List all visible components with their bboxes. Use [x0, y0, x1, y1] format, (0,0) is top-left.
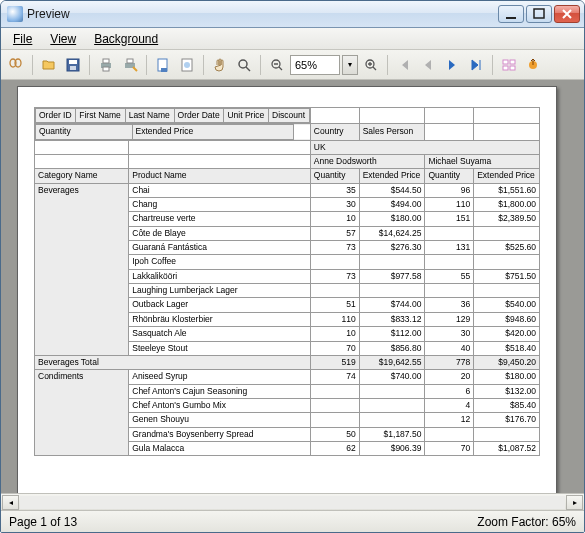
- data-cell: Steeleye Stout: [129, 341, 311, 355]
- next-page-button[interactable]: [441, 54, 463, 76]
- data-cell: $112.00: [359, 327, 425, 341]
- scroll-left-icon[interactable]: ◂: [2, 495, 19, 510]
- data-cell: Chang: [129, 198, 311, 212]
- first-page-button[interactable]: [393, 54, 415, 76]
- zoom-out-button[interactable]: [266, 54, 288, 76]
- window-buttons: [498, 5, 580, 23]
- data-cell: [425, 226, 474, 240]
- data-cell: 12: [425, 413, 474, 427]
- data-cell: [35, 155, 129, 169]
- page-setup-button[interactable]: [152, 54, 174, 76]
- multi-page-button[interactable]: [498, 54, 520, 76]
- document-scroll[interactable]: Order IDFirst NameLast NameOrder DateUni…: [1, 80, 584, 493]
- watermark-button[interactable]: [176, 54, 198, 76]
- data-cell: 51: [310, 298, 359, 312]
- header-cell: Discount: [269, 109, 310, 123]
- scroll-track[interactable]: [20, 496, 565, 509]
- data-cell: 35: [310, 183, 359, 197]
- data-cell: [310, 398, 359, 412]
- menu-view[interactable]: View: [42, 30, 84, 48]
- data-cell: 10: [310, 327, 359, 341]
- data-cell: Rhönbräu Klosterbier: [129, 312, 311, 326]
- header-cell: Order ID: [36, 109, 76, 123]
- data-cell: 74: [310, 370, 359, 384]
- menu-file[interactable]: File: [5, 30, 40, 48]
- last-page-button[interactable]: [465, 54, 487, 76]
- svg-rect-13: [161, 68, 167, 72]
- hand-tool-button[interactable]: [209, 54, 231, 76]
- data-cell: 70: [425, 441, 474, 455]
- data-cell: $420.00: [474, 327, 540, 341]
- svg-rect-19: [503, 60, 508, 64]
- data-cell: [474, 255, 540, 269]
- data-cell: 96: [425, 183, 474, 197]
- svg-rect-6: [70, 66, 76, 70]
- minimize-button[interactable]: [498, 5, 524, 23]
- data-cell: Chef Anton's Cajun Seasoning: [129, 384, 311, 398]
- data-cell: [425, 124, 474, 140]
- zoom-indicator: Zoom Factor: 65%: [477, 515, 576, 529]
- zoom-dropdown[interactable]: ▾: [342, 55, 358, 75]
- data-cell: 151: [425, 212, 474, 226]
- data-cell: 55: [425, 269, 474, 283]
- total-row: Beverages Total519$19,642.55778$9,450.20: [35, 355, 540, 369]
- data-cell: [425, 255, 474, 269]
- export-button[interactable]: [522, 54, 544, 76]
- data-cell: 131: [425, 241, 474, 255]
- data-cell: 30: [310, 198, 359, 212]
- zoom-input[interactable]: [290, 55, 340, 75]
- data-cell: $833.12: [359, 312, 425, 326]
- data-cell: $948.60: [474, 312, 540, 326]
- scroll-right-icon[interactable]: ▸: [566, 495, 583, 510]
- data-cell: Côte de Blaye: [129, 226, 311, 240]
- data-cell: [359, 284, 425, 298]
- data-cell: Guaraná Fantástica: [129, 241, 311, 255]
- data-cell: 30: [425, 327, 474, 341]
- data-cell: 70: [310, 341, 359, 355]
- menu-background[interactable]: Background: [86, 30, 166, 48]
- data-cell: 4: [425, 398, 474, 412]
- header-cell: Last Name: [125, 109, 174, 123]
- data-cell: [310, 284, 359, 298]
- data-cell: $9,450.20: [474, 355, 540, 369]
- data-cell: [359, 384, 425, 398]
- data-cell: $132.00: [474, 384, 540, 398]
- maximize-button[interactable]: [526, 5, 552, 23]
- horizontal-scrollbar[interactable]: ◂ ▸: [1, 493, 584, 510]
- data-cell: Grandma's Boysenberry Spread: [129, 427, 311, 441]
- svg-rect-20: [510, 60, 515, 64]
- header-cell: Unit Price: [224, 109, 269, 123]
- data-cell: Laughing Lumberjack Lager: [129, 284, 311, 298]
- svg-rect-5: [69, 60, 77, 64]
- svg-rect-11: [127, 59, 133, 63]
- close-button[interactable]: [554, 5, 580, 23]
- data-cell: Lakkalikööri: [129, 269, 311, 283]
- data-cell: [474, 108, 540, 124]
- quick-print-button[interactable]: [119, 54, 141, 76]
- data-cell: [35, 140, 129, 154]
- open-button[interactable]: [38, 54, 60, 76]
- data-cell: $740.00: [359, 370, 425, 384]
- statusbar: Page 1 of 13 Zoom Factor: 65%: [1, 510, 584, 532]
- data-cell: [474, 284, 540, 298]
- table-row: BeveragesChai35$544.5096$1,551.60: [35, 183, 540, 197]
- data-cell: [474, 427, 540, 441]
- find-button[interactable]: [5, 54, 27, 76]
- magnifier-button[interactable]: [233, 54, 255, 76]
- data-cell: [474, 124, 540, 140]
- print-button[interactable]: [95, 54, 117, 76]
- prev-page-button[interactable]: [417, 54, 439, 76]
- header-cell: Quantity: [310, 169, 359, 183]
- zoom-in-button[interactable]: [360, 54, 382, 76]
- header-cell: Quantity: [425, 169, 474, 183]
- data-cell: $744.00: [359, 298, 425, 312]
- data-cell: 62: [310, 441, 359, 455]
- save-button[interactable]: [62, 54, 84, 76]
- data-cell: $856.80: [359, 341, 425, 355]
- toolbar: ▾: [1, 50, 584, 80]
- data-cell: $85.40: [474, 398, 540, 412]
- data-cell: $518.40: [474, 341, 540, 355]
- data-cell: $1,087.52: [474, 441, 540, 455]
- report-page: Order IDFirst NameLast NameOrder DateUni…: [17, 86, 557, 493]
- data-cell: [310, 413, 359, 427]
